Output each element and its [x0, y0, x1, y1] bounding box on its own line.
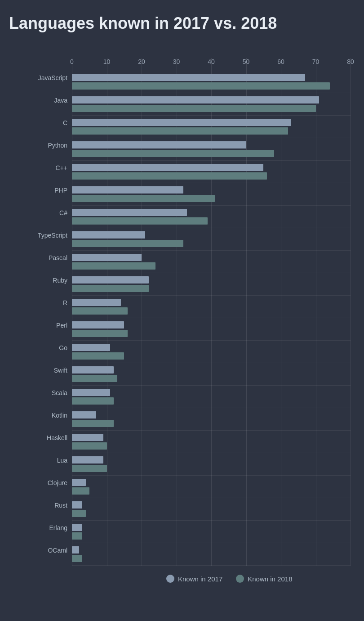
bar-2017 [72, 411, 96, 418]
bar-2017 [72, 74, 305, 81]
x-axis-label: 20 [138, 58, 145, 65]
bar-2017 [72, 501, 82, 508]
language-label: OCaml [10, 547, 67, 554]
language-row: TypeScript [72, 228, 351, 251]
bar-2017 [72, 434, 103, 441]
language-row: Erlang [72, 521, 351, 543]
bar-2017 [72, 344, 110, 351]
bar-2017 [72, 164, 263, 171]
bar-2018 [72, 127, 288, 135]
language-row: Lua [72, 453, 351, 476]
language-row: JavaScript [72, 71, 351, 93]
language-row: Swift [72, 363, 351, 386]
bar-2017 [72, 389, 110, 396]
bar-2017 [72, 119, 291, 126]
language-label: C++ [10, 164, 67, 171]
x-axis-label: 80 [347, 58, 354, 65]
grid-line [351, 58, 351, 566]
language-label: Lua [10, 457, 67, 464]
legend-label-2018: Known in 2018 [248, 575, 292, 583]
language-label: Python [10, 142, 67, 149]
bar-2018 [72, 105, 316, 112]
chart-title: Languages known in 2017 vs. 2018 [9, 14, 355, 33]
bar-2017 [72, 366, 114, 374]
language-row: OCaml [72, 543, 351, 566]
language-row: Perl [72, 318, 351, 341]
bar-2018 [72, 465, 107, 472]
language-row: R [72, 296, 351, 318]
language-row: Ruby [72, 273, 351, 296]
language-label: JavaScript [10, 74, 67, 81]
bar-2017 [72, 276, 149, 284]
language-row: Rust [72, 498, 351, 521]
x-axis-label: 0 [70, 58, 74, 65]
bar-2018 [72, 285, 149, 292]
bar-2017 [72, 456, 103, 464]
bar-2018 [72, 262, 155, 270]
language-row: C [72, 116, 351, 138]
bar-2018 [72, 240, 183, 247]
x-axis-label: 10 [103, 58, 111, 65]
bar-2017 [72, 479, 86, 486]
legend-label-2017: Known in 2017 [178, 575, 222, 583]
legend-dot-2017 [166, 575, 174, 583]
bar-2017 [72, 209, 187, 216]
language-label: Erlang [10, 524, 67, 531]
legend-item-2017: Known in 2017 [166, 575, 222, 583]
x-axis [72, 44, 351, 54]
bar-2018 [72, 442, 107, 450]
bar-2018 [72, 172, 267, 180]
bar-2017 [72, 96, 319, 104]
bar-2017 [72, 299, 121, 306]
language-label: Ruby [10, 277, 67, 284]
language-label: Swift [10, 367, 67, 374]
bar-2017 [72, 141, 246, 148]
language-label: Perl [10, 322, 67, 329]
language-row: C# [72, 206, 351, 228]
bar-2018 [72, 487, 89, 495]
bar-2017 [72, 186, 183, 194]
language-row: Pascal [72, 251, 351, 273]
language-row: Python [72, 138, 351, 161]
x-axis-label: 50 [243, 58, 250, 65]
language-row: Haskell [72, 431, 351, 453]
language-row: C++ [72, 161, 351, 183]
language-label: Scala [10, 389, 67, 396]
language-row: Go [72, 341, 351, 363]
bar-2018 [72, 375, 117, 382]
bar-2018 [72, 217, 208, 225]
bar-2018 [72, 510, 86, 517]
bar-2018 [72, 330, 128, 337]
language-label: Haskell [10, 434, 67, 441]
language-label: Pascal [10, 254, 67, 261]
bar-2018 [72, 307, 128, 315]
chart-container: 01020304050607080 JavaScriptJavaCPythonC… [9, 44, 355, 583]
language-label: Kotlin [10, 412, 67, 419]
language-label: Go [10, 344, 67, 351]
x-axis-label: 60 [277, 58, 284, 65]
bar-2018 [72, 352, 124, 360]
bar-2018 [72, 532, 82, 540]
bar-2017 [72, 546, 79, 554]
x-axis-label: 70 [312, 58, 320, 65]
language-label: C# [10, 209, 67, 216]
language-row: Kotlin [72, 408, 351, 431]
bar-2018 [72, 82, 330, 90]
bar-2017 [72, 231, 145, 238]
bar-2017 [72, 524, 82, 531]
bar-2018 [72, 195, 215, 202]
bar-2018 [72, 397, 114, 405]
language-label: Java [10, 97, 67, 104]
language-label: Clojure [10, 479, 67, 486]
legend: Known in 2017 Known in 2018 [166, 575, 355, 583]
bar-2017 [72, 321, 124, 328]
language-label: R [10, 299, 67, 306]
bars-container: JavaScriptJavaCPythonC++PHPC#TypeScriptP… [72, 71, 351, 566]
legend-dot-2018 [236, 575, 244, 583]
language-label: Rust [10, 502, 67, 509]
language-row: Scala [72, 386, 351, 408]
bar-2017 [72, 254, 142, 261]
x-axis-label: 30 [173, 58, 180, 65]
x-axis-label: 40 [208, 58, 215, 65]
bar-2018 [72, 150, 274, 157]
